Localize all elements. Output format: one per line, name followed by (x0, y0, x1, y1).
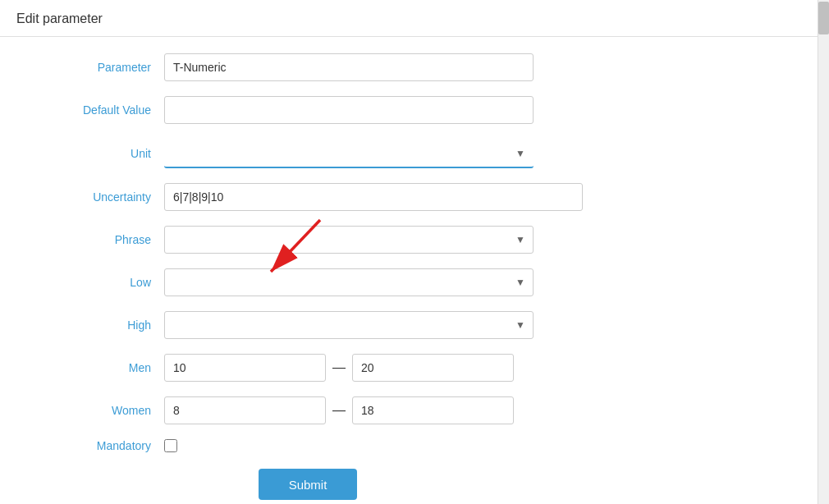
scrollbar[interactable] (818, 0, 829, 504)
men-range-dash: — (332, 360, 346, 375)
submit-button[interactable]: Submit (259, 469, 357, 500)
mandatory-label: Mandatory (33, 439, 164, 452)
scrollbar-thumb[interactable] (818, 2, 829, 34)
unit-row: Unit ▼ (33, 139, 583, 168)
parameter-label: Parameter (33, 61, 164, 74)
unit-select[interactable] (164, 139, 534, 168)
default-value-row: Default Value (33, 96, 583, 124)
low-label: Low (33, 276, 164, 289)
uncertainty-input[interactable] (164, 183, 583, 211)
parameter-row: Parameter (33, 53, 583, 81)
low-select-wrapper: ▼ (164, 268, 534, 296)
uncertainty-row: Uncertainty (33, 183, 583, 211)
women-row: Women — (33, 396, 583, 424)
mandatory-checkbox[interactable] (164, 439, 177, 452)
women-max-input[interactable] (352, 396, 514, 424)
parameter-input[interactable] (164, 53, 534, 81)
phrase-label: Phrase (33, 233, 164, 246)
high-select[interactable] (164, 311, 534, 339)
low-row: Low ▼ (33, 268, 583, 296)
men-label: Men (33, 361, 164, 374)
high-label: High (33, 318, 164, 332)
uncertainty-label: Uncertainty (33, 190, 164, 204)
default-value-label: Default Value (33, 103, 164, 117)
unit-select-wrapper: ▼ (164, 139, 534, 168)
mandatory-row: Mandatory (33, 439, 583, 452)
phrase-select[interactable] (164, 226, 534, 254)
page-title: Edit parameter (16, 11, 801, 26)
low-select[interactable] (164, 268, 534, 296)
high-select-wrapper: ▼ (164, 311, 534, 339)
phrase-select-wrapper: ▼ (164, 226, 534, 254)
unit-label: Unit (33, 147, 164, 160)
phrase-row: Phrase ▼ (33, 226, 583, 254)
men-max-input[interactable] (352, 354, 514, 382)
women-range-dash: — (332, 403, 346, 418)
men-min-input[interactable] (164, 354, 326, 382)
women-min-input[interactable] (164, 396, 326, 424)
high-row: High ▼ (33, 311, 583, 339)
men-row: Men — (33, 354, 583, 382)
women-label: Women (33, 404, 164, 417)
default-value-input[interactable] (164, 96, 534, 124)
